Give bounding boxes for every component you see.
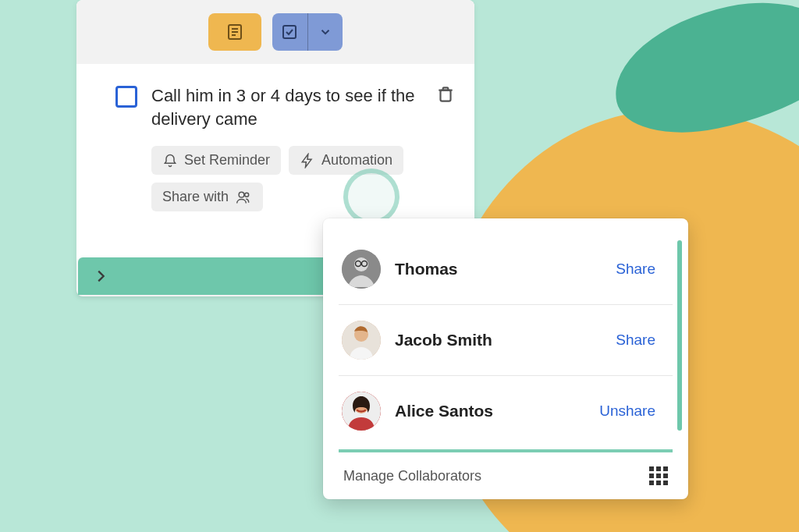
popover-footer: Manage Collaborators	[339, 449, 673, 499]
scrollbar[interactable]	[677, 240, 682, 431]
task-actions: Set Reminder Automation Share with	[151, 146, 453, 211]
share-action-link[interactable]: Share	[616, 261, 655, 278]
task-view-more-button[interactable]	[308, 13, 343, 51]
automation-label: Automation	[321, 152, 392, 168]
list-item: Jacob Smith Share	[339, 305, 673, 376]
list-item: Thomas Share	[339, 234, 673, 305]
task-view-split-button[interactable]	[272, 13, 343, 51]
collaborator-name: Thomas	[395, 260, 602, 278]
list-item: Alice Santos Unshare	[339, 376, 673, 446]
share-with-chip[interactable]: Share with	[151, 183, 263, 211]
share-popover: Thomas Share Jacob Smith Share	[323, 218, 688, 499]
set-reminder-label: Set Reminder	[184, 152, 270, 168]
set-reminder-chip[interactable]: Set Reminder	[151, 146, 281, 175]
share-with-label: Share with	[162, 189, 229, 205]
manage-collaborators-link[interactable]: Manage Collaborators	[343, 468, 481, 484]
avatar	[342, 250, 381, 289]
chevron-right-icon	[92, 268, 109, 285]
note-view-button[interactable]	[208, 13, 261, 51]
task-view-button[interactable]	[272, 13, 308, 51]
trash-icon	[435, 84, 456, 105]
delete-task-button[interactable]	[435, 84, 456, 105]
automation-chip[interactable]: Automation	[289, 146, 403, 175]
avatar-placeholder-icon	[342, 321, 381, 360]
avatar-placeholder-icon	[342, 250, 381, 289]
stage: Call him in 3 or 4 days to see if the de…	[0, 0, 799, 532]
document-icon	[225, 23, 244, 41]
svg-point-6	[239, 192, 244, 197]
people-icon	[235, 190, 252, 205]
avatar	[342, 321, 381, 360]
avatar-placeholder-icon	[342, 392, 381, 431]
bell-icon	[162, 153, 178, 168]
svg-point-7	[245, 193, 249, 197]
task-checkbox[interactable]	[115, 86, 137, 108]
svg-rect-5	[441, 90, 451, 101]
svg-rect-4	[283, 26, 296, 38]
card-toolbar	[76, 0, 474, 64]
task-body: Call him in 3 or 4 days to see if the de…	[76, 64, 474, 211]
checkbox-icon	[280, 23, 299, 41]
collaborator-name: Jacob Smith	[395, 331, 602, 349]
unshare-action-link[interactable]: Unshare	[599, 403, 655, 420]
apps-grid-icon[interactable]	[649, 466, 668, 485]
bolt-icon	[300, 153, 315, 168]
chevron-down-icon	[318, 25, 332, 39]
share-action-link[interactable]: Share	[616, 332, 655, 349]
task-title[interactable]: Call him in 3 or 4 days to see if the de…	[151, 84, 453, 130]
collaborator-name: Alice Santos	[395, 402, 585, 420]
collaborator-list: Thomas Share Jacob Smith Share	[323, 234, 688, 446]
avatar	[342, 392, 381, 431]
